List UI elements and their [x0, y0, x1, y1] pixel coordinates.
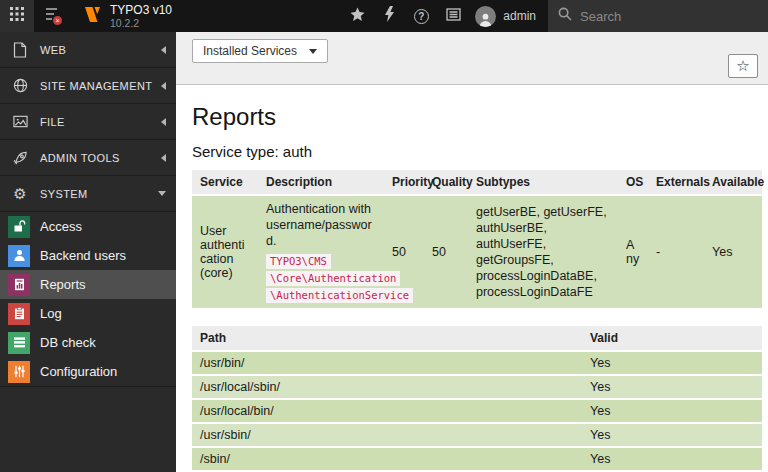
column-header: Path: [192, 326, 582, 351]
path-cell: /usr/local/bin/: [192, 399, 582, 423]
sidebar-item-label: Configuration: [40, 364, 117, 379]
module-body: Installed Services ☆ Reports Service typ…: [176, 32, 768, 472]
sidebar-section-system[interactable]: ⚙ SYSTEM: [0, 176, 176, 212]
add-bookmark-button[interactable]: ☆: [728, 54, 758, 78]
image-icon: [12, 114, 28, 130]
chevron-left-icon: [161, 82, 166, 90]
page-title: Reports: [192, 103, 762, 131]
sidebar-item-db-check[interactable]: DB check: [0, 328, 176, 357]
valid-cell: Yes: [582, 375, 762, 399]
chevron-left-icon: [161, 154, 166, 162]
product-name: TYPO3 v10: [110, 4, 172, 17]
clipboard-icon: [8, 303, 30, 325]
search-input[interactable]: Search: [548, 0, 768, 32]
path-cell: /usr/bin/: [192, 351, 582, 375]
path-cell: /usr/sbin/: [192, 423, 582, 447]
sidebar-item-label: Log: [40, 306, 62, 321]
module-menu: WEB SITE MANAGEMENT: [0, 32, 176, 472]
star-icon: [350, 7, 365, 26]
sidebar-item-label: Access: [40, 219, 82, 234]
topbar-tools: ? admin: [341, 0, 768, 32]
brand-text: TYPO3 v10 10.2.2: [110, 4, 172, 29]
docheader: Installed Services ☆: [176, 32, 768, 85]
typo3-backend: × TYPO3 v10 10.2.2: [0, 0, 768, 472]
externals-cell: -: [648, 195, 704, 308]
table-row: /sbin/ Yes: [192, 447, 762, 471]
star-outline-icon: ☆: [736, 57, 749, 75]
table-header-row: Path Valid: [192, 326, 762, 351]
sidebar-item-access[interactable]: Access: [0, 212, 176, 241]
page-icon: [12, 42, 28, 58]
report-content: Reports Service type: auth Service Descr…: [176, 85, 768, 472]
clear-cache-toolbar-button[interactable]: [373, 0, 405, 32]
subtypes-cell: getUserBE, getUserFE, authUserBE, authUs…: [468, 195, 618, 308]
sidebar-item-backend-users[interactable]: Backend users: [0, 241, 176, 270]
sidebar-item-reports[interactable]: Reports: [0, 270, 176, 299]
sidebar-section-label: SITE MANAGEMENT: [40, 80, 161, 92]
sidebar-section-site-management[interactable]: SITE MANAGEMENT: [0, 68, 176, 104]
valid-cell: Yes: [582, 399, 762, 423]
table-header-row: Service Description Priority Quality Sub…: [192, 170, 762, 195]
sidebar-section-label: WEB: [40, 44, 161, 56]
sidebar-section-label: SYSTEM: [40, 188, 158, 200]
valid-cell: Yes: [582, 351, 762, 375]
available-cell: Yes: [704, 195, 762, 308]
pagetree-toggle-button[interactable]: ×: [34, 0, 68, 32]
service-type-heading: Service type: auth: [192, 143, 762, 160]
tree-disabled-badge-icon: ×: [53, 16, 62, 25]
service-cell: User authentication (core): [192, 195, 258, 308]
search-icon: [558, 7, 572, 25]
unlock-icon: [8, 216, 30, 238]
table-row: /usr/sbin/ Yes: [192, 423, 762, 447]
service-class-code: \AuthenticationService: [266, 288, 413, 303]
report-type-selected-value: Installed Services: [203, 44, 297, 58]
user-icon: [8, 245, 30, 267]
rocket-icon: [12, 150, 28, 166]
system-submodules: Access Backend users: [0, 212, 176, 387]
sidebar-item-label: Backend users: [40, 248, 126, 263]
table-row: /usr/bin/ Yes: [192, 351, 762, 375]
sidebar-item-label: DB check: [40, 335, 96, 350]
table-row: User authentication (core) Authenticatio…: [192, 195, 762, 308]
report-document-icon: [8, 274, 30, 296]
sidebar-item-label: Reports: [40, 277, 86, 292]
column-header: Available: [704, 170, 762, 195]
sidebar-section-file[interactable]: FILE: [0, 104, 176, 140]
valid-cell: Yes: [582, 447, 762, 471]
column-header: OS: [618, 170, 648, 195]
chevron-left-icon: [161, 118, 166, 126]
help-toolbar-button[interactable]: ?: [405, 0, 437, 32]
lightning-bolt-icon: [384, 6, 395, 26]
systeminfo-toolbar-button[interactable]: [437, 0, 469, 32]
sidebar-section-web[interactable]: WEB: [0, 32, 176, 68]
sidebar-item-log[interactable]: Log: [0, 299, 176, 328]
path-cell: /sbin/: [192, 447, 582, 471]
column-header: Subtypes: [468, 170, 618, 195]
bookmarks-toolbar-button[interactable]: [341, 0, 373, 32]
globe-icon: [12, 78, 28, 94]
valid-cell: Yes: [582, 423, 762, 447]
product-version: 10.2.2: [110, 17, 172, 29]
username-label: admin: [503, 9, 536, 23]
service-class-code: \Core\Authentication: [266, 271, 400, 286]
table-row: /usr/local/bin/ Yes: [192, 399, 762, 423]
module-menu-toggle-button[interactable]: [0, 0, 34, 32]
installed-services-table: Service Description Priority Quality Sub…: [192, 170, 762, 308]
path-cell: /usr/local/sbin/: [192, 375, 582, 399]
list-panel-icon: [446, 7, 461, 25]
search-placeholder: Search: [580, 9, 621, 24]
sidebar-section-admin-tools[interactable]: ADMIN TOOLS: [0, 140, 176, 176]
sidebar-item-configuration[interactable]: Configuration: [0, 357, 176, 386]
report-type-dropdown[interactable]: Installed Services: [192, 39, 328, 63]
sliders-icon: [8, 361, 30, 383]
search-paths-table: Path Valid /usr/bin/ Yes /usr/local/sbin…: [192, 326, 762, 472]
os-cell: Any: [618, 195, 648, 308]
chevron-left-icon: [161, 46, 166, 54]
typo3-logo-icon: [84, 6, 101, 27]
quality-cell: 50: [424, 195, 468, 308]
service-class-code: TYPO3\CMS: [266, 254, 331, 269]
grid-icon: [10, 7, 24, 25]
user-menu-button[interactable]: admin: [469, 0, 548, 32]
chevron-down-icon: [309, 49, 317, 54]
table-row: /usr/local/sbin/ Yes: [192, 375, 762, 399]
